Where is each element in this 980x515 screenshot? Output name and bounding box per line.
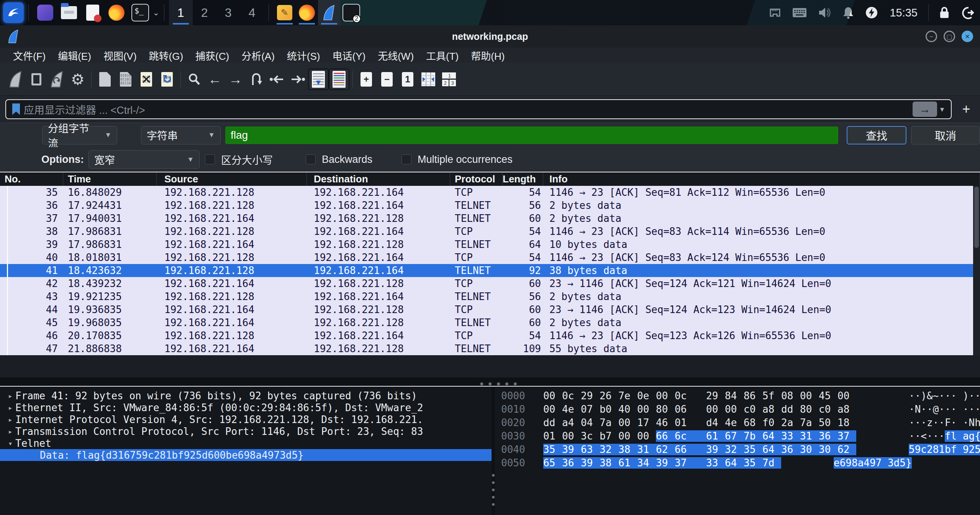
close-button[interactable]: ✕ bbox=[962, 31, 973, 42]
hex-row-0040[interactable]: 00403539633238316266393235643630306259c2… bbox=[501, 443, 980, 456]
go-to-packet-button[interactable] bbox=[246, 69, 267, 90]
go-forward-button[interactable]: → bbox=[225, 69, 246, 90]
charset-dropdown[interactable]: 宽窄 ▼ bbox=[88, 150, 200, 169]
apply-filter-button[interactable]: → bbox=[913, 102, 937, 117]
menu-item-5[interactable]: 分析(A) bbox=[241, 48, 275, 62]
taskbar-window-terminal[interactable]: 2 bbox=[340, 0, 362, 25]
hex-row-0020[interactable]: 0020dda4047a00174601d44e68f02a7a5018···z… bbox=[501, 416, 980, 429]
menu-item-1[interactable]: 编辑(E) bbox=[58, 48, 91, 62]
packet-row-46[interactable]: 4620.170835192.168.221.128192.168.221.16… bbox=[0, 329, 980, 342]
kali-menu-button[interactable] bbox=[3, 2, 24, 23]
detail-line-3[interactable]: ▸Transmission Control Protocol, Src Port… bbox=[0, 425, 492, 437]
packet-row-43[interactable]: 4319.921235192.168.221.128192.168.221.16… bbox=[0, 290, 980, 303]
packet-row-39[interactable]: 3917.986831192.168.221.164192.168.221.12… bbox=[0, 238, 980, 251]
hex-row-0030[interactable]: 003001003cb70000666c61677b6433313637··<·… bbox=[501, 429, 980, 443]
clock[interactable]: 15:35 bbox=[890, 7, 918, 19]
menu-item-10[interactable]: 帮助(H) bbox=[471, 48, 505, 62]
pane-splitter-vertical[interactable]: ●●●●● bbox=[492, 387, 495, 515]
layout-button[interactable]: 123 bbox=[439, 69, 459, 90]
packet-row-37[interactable]: 3717.940031192.168.221.164192.168.221.12… bbox=[0, 212, 980, 225]
launcher-dropdown-chevron-icon[interactable]: ⌄ bbox=[153, 8, 159, 17]
collapsed-arrow-icon[interactable]: ▸ bbox=[0, 415, 15, 424]
terminal-launcher[interactable]: $_ bbox=[131, 4, 149, 21]
taskbar-window-wireshark[interactable] bbox=[318, 0, 340, 25]
restart-capture-button[interactable] bbox=[47, 69, 67, 90]
search-domain-dropdown[interactable]: 分组字节流 ▼ bbox=[42, 126, 117, 144]
cancel-button[interactable]: 取消 bbox=[911, 126, 980, 144]
hex-row-0010[interactable]: 0010004e07b0400080060000c0a8dd80c0a8·N··… bbox=[501, 402, 980, 416]
resize-columns-button[interactable] bbox=[418, 69, 439, 90]
go-back-button[interactable]: ← bbox=[205, 69, 225, 90]
minimize-button[interactable]: – bbox=[926, 31, 937, 42]
zoom-out-button[interactable]: − bbox=[377, 69, 397, 90]
bookmark-icon[interactable] bbox=[12, 103, 20, 115]
menu-item-3[interactable]: 跳转(G) bbox=[149, 48, 184, 62]
open-file-button[interactable] bbox=[95, 69, 115, 90]
packet-list-scrollbar[interactable] bbox=[973, 186, 980, 355]
logout-icon[interactable] bbox=[961, 6, 975, 19]
capture-options-button[interactable]: ⚙ bbox=[67, 69, 88, 90]
packet-row-45[interactable]: 4519.968035192.168.221.164192.168.221.12… bbox=[0, 316, 980, 329]
zoom-in-button[interactable]: + bbox=[356, 69, 377, 90]
detail-line-5[interactable]: Data: flag{d316759c281bf925d600be698a497… bbox=[0, 449, 492, 461]
menu-item-6[interactable]: 统计(S) bbox=[287, 48, 320, 62]
packet-row-35[interactable]: 3516.848029192.168.221.128192.168.221.16… bbox=[0, 186, 980, 199]
column-header-info[interactable]: Info bbox=[543, 172, 980, 186]
detail-line-0[interactable]: ▸Frame 41: 92 bytes on wire (736 bits), … bbox=[0, 390, 492, 402]
expanded-arrow-icon[interactable]: ▾ bbox=[0, 439, 15, 448]
window-titlebar[interactable]: networking.pcap – ▢ ✕ bbox=[0, 25, 980, 48]
column-header-protocol[interactable]: Protocol bbox=[450, 172, 503, 186]
detail-line-1[interactable]: ▸Ethernet II, Src: VMware_84:86:5f (00:0… bbox=[0, 402, 492, 413]
zoom-reset-button[interactable]: 1 bbox=[397, 69, 418, 90]
firefox-launcher[interactable] bbox=[108, 4, 125, 21]
apply-filter-chevron-icon[interactable]: ▾ bbox=[940, 105, 944, 114]
packet-row-40[interactable]: 4018.018031192.168.221.128192.168.221.16… bbox=[0, 251, 980, 264]
detail-line-4[interactable]: ▾Telnet bbox=[0, 437, 492, 449]
workspace-4[interactable]: 4 bbox=[240, 0, 264, 25]
search-input[interactable]: flag bbox=[225, 126, 838, 144]
close-file-button[interactable]: 01010110✕ bbox=[136, 69, 157, 90]
reload-file-button[interactable]: 01010110↻ bbox=[157, 69, 177, 90]
detail-line-2[interactable]: ▸Internet Protocol Version 4, Src: 192.1… bbox=[0, 413, 492, 425]
collapsed-arrow-icon[interactable]: ▸ bbox=[0, 427, 15, 436]
menu-item-0[interactable]: 文件(F) bbox=[13, 48, 46, 62]
taskbar-window-notes[interactable]: ✎ bbox=[274, 0, 296, 25]
hex-row-0000[interactable]: 0000000c29267e0e000c2984865f08004500··)&… bbox=[501, 389, 980, 402]
taskbar-window-firefox[interactable] bbox=[296, 0, 318, 25]
column-header-no[interactable]: No. bbox=[0, 172, 63, 186]
find-packet-button[interactable] bbox=[184, 69, 205, 90]
go-last-button[interactable] bbox=[287, 69, 308, 90]
menu-item-2[interactable]: 视图(V) bbox=[103, 48, 137, 62]
packet-row-47[interactable]: 4721.886838192.168.221.164192.168.221.12… bbox=[0, 342, 980, 355]
workspace-1[interactable]: 1 bbox=[169, 0, 193, 25]
text-editor-launcher[interactable] bbox=[84, 4, 102, 21]
maximize-button[interactable]: ▢ bbox=[944, 31, 955, 42]
column-header-source[interactable]: Source bbox=[157, 172, 307, 186]
colorize-button[interactable] bbox=[329, 69, 349, 90]
auto-scroll-button[interactable]: ▼ bbox=[308, 69, 329, 90]
display-filter-input[interactable]: 应用显示过滤器 ... <Ctrl-/> → ▾ bbox=[5, 99, 952, 119]
packet-row-36[interactable]: 3617.924431192.168.221.128192.168.221.16… bbox=[0, 199, 980, 212]
file-manager-launcher[interactable] bbox=[36, 4, 54, 21]
backwards-checkbox[interactable] bbox=[306, 154, 316, 164]
menu-item-8[interactable]: 无线(W) bbox=[378, 48, 414, 62]
column-header-length[interactable]: Length bbox=[503, 172, 543, 186]
stop-capture-button[interactable] bbox=[26, 69, 47, 90]
folder-launcher[interactable] bbox=[60, 4, 78, 21]
go-first-button[interactable] bbox=[267, 69, 287, 90]
menu-item-7[interactable]: 电话(Y) bbox=[333, 48, 366, 62]
save-file-button[interactable]: 010100110101110 bbox=[115, 69, 136, 90]
column-header-destination[interactable]: Destination bbox=[307, 172, 450, 186]
add-filter-button[interactable]: + bbox=[958, 101, 975, 118]
find-button[interactable]: 查找 bbox=[847, 126, 906, 144]
start-capture-button[interactable] bbox=[5, 69, 26, 90]
column-header-time[interactable]: Time bbox=[63, 172, 157, 186]
menu-item-9[interactable]: 工具(T) bbox=[426, 48, 459, 62]
pane-splitter-horizontal[interactable]: ● ● ● ● ● bbox=[0, 377, 980, 387]
menu-item-4[interactable]: 捕获(C) bbox=[195, 48, 229, 62]
packet-row-38[interactable]: 3817.986831192.168.221.128192.168.221.16… bbox=[0, 225, 980, 238]
power-manager-icon[interactable] bbox=[865, 6, 878, 19]
packet-row-42[interactable]: 4218.439232192.168.221.164192.168.221.12… bbox=[0, 277, 980, 290]
scrollbar-thumb[interactable] bbox=[974, 187, 979, 248]
case-sensitive-checkbox[interactable] bbox=[205, 154, 215, 164]
